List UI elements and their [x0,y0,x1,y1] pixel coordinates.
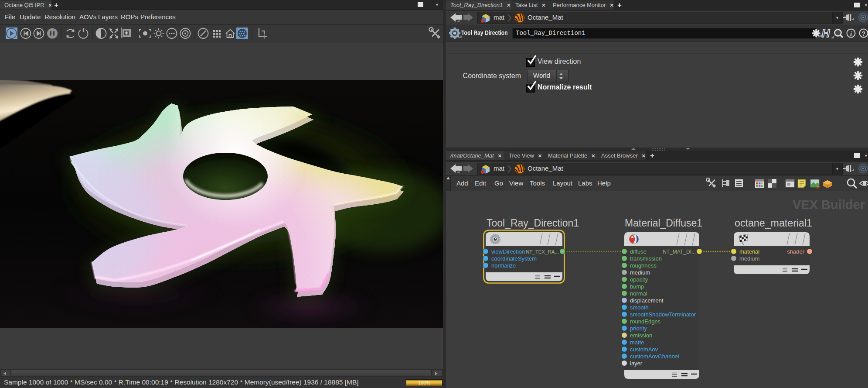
svg-text:viewDirection: viewDirection [491,248,525,255]
svg-text:Material_Diffuse1: Material_Diffuse1 [625,217,702,229]
svg-text:octane_material1: octane_material1 [735,217,812,229]
svg-text:medium: medium [630,269,650,276]
svg-text:medium: medium [739,255,759,262]
svg-text:Tool_Ray_Direction1: Tool_Ray_Direction1 [487,217,579,229]
svg-text:layer: layer [630,360,643,367]
svg-text:opacity: opacity [630,276,648,283]
svg-text:customAov: customAov [630,346,658,353]
svg-text:customAovChannel: customAovChannel [630,353,679,360]
svg-text:priority: priority [630,325,647,332]
svg-text:NT_TEX_RA...: NT_TEX_RA... [526,249,559,254]
svg-text:emission: emission [630,332,652,339]
svg-text:transmission: transmission [630,255,662,262]
svg-text:matte: matte [630,339,644,346]
svg-text:?: ? [862,30,866,37]
svg-text:NT_MAT_DI...: NT_MAT_DI... [663,249,696,255]
svg-text:diffuse: diffuse [630,248,647,255]
svg-text:i: i [850,30,852,37]
svg-text:roughness: roughness [630,262,657,269]
svg-text:smoothShadowTerminator: smoothShadowTerminator [630,311,696,318]
svg-text:material: material [739,248,759,255]
svg-text:smooth: smooth [630,304,649,311]
svg-text:coordinateSystem: coordinateSystem [491,255,537,262]
svg-text:bump: bump [630,283,644,290]
svg-text:roundEdges: roundEdges [630,318,661,325]
svg-text:displacement: displacement [630,297,664,304]
svg-text:normal: normal [630,290,647,297]
svg-text:shader: shader [787,248,804,255]
svg-text:H: H [822,27,830,39]
svg-text:normalize: normalize [491,262,516,269]
